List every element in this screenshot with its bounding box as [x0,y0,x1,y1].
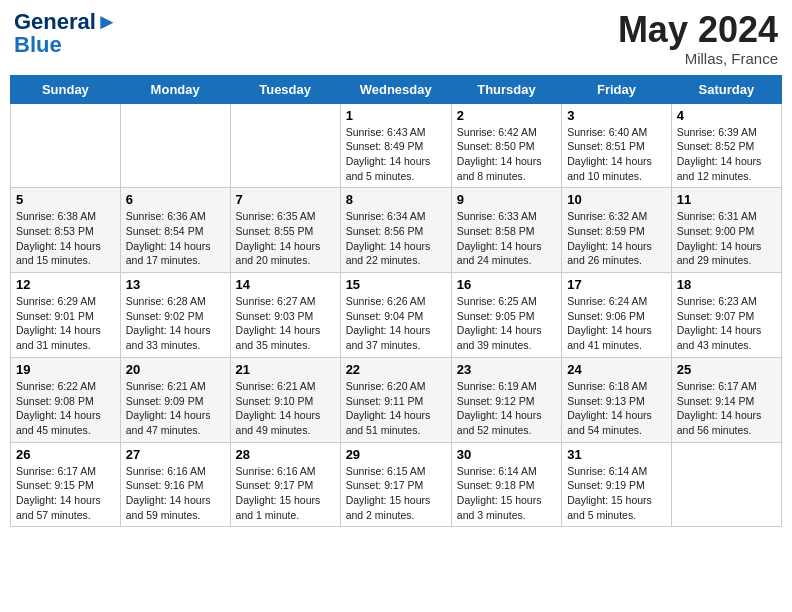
calendar-cell: 1Sunrise: 6:43 AM Sunset: 8:49 PM Daylig… [340,103,451,188]
calendar-cell: 12Sunrise: 6:29 AM Sunset: 9:01 PM Dayli… [11,273,121,358]
calendar-week-row: 19Sunrise: 6:22 AM Sunset: 9:08 PM Dayli… [11,357,782,442]
weekday-header: Tuesday [230,75,340,103]
calendar-cell: 25Sunrise: 6:17 AM Sunset: 9:14 PM Dayli… [671,357,781,442]
calendar-cell: 27Sunrise: 6:16 AM Sunset: 9:16 PM Dayli… [120,442,230,527]
day-number: 25 [677,362,776,377]
logo-blue: Blue [14,34,118,56]
day-info: Sunrise: 6:21 AM Sunset: 9:09 PM Dayligh… [126,379,225,438]
day-number: 13 [126,277,225,292]
day-info: Sunrise: 6:33 AM Sunset: 8:58 PM Dayligh… [457,209,556,268]
day-info: Sunrise: 6:40 AM Sunset: 8:51 PM Dayligh… [567,125,666,184]
day-number: 23 [457,362,556,377]
page-header: General► Blue May 2024 Millas, France [10,10,782,67]
day-info: Sunrise: 6:25 AM Sunset: 9:05 PM Dayligh… [457,294,556,353]
day-number: 14 [236,277,335,292]
day-number: 17 [567,277,666,292]
day-number: 2 [457,108,556,123]
day-number: 19 [16,362,115,377]
day-info: Sunrise: 6:29 AM Sunset: 9:01 PM Dayligh… [16,294,115,353]
calendar-cell: 31Sunrise: 6:14 AM Sunset: 9:19 PM Dayli… [562,442,672,527]
calendar-cell: 11Sunrise: 6:31 AM Sunset: 9:00 PM Dayli… [671,188,781,273]
logo-text: General► [14,10,118,34]
title-block: May 2024 Millas, France [618,10,778,67]
day-number: 21 [236,362,335,377]
day-number: 27 [126,447,225,462]
day-number: 31 [567,447,666,462]
day-info: Sunrise: 6:23 AM Sunset: 9:07 PM Dayligh… [677,294,776,353]
calendar-cell [671,442,781,527]
calendar-cell: 20Sunrise: 6:21 AM Sunset: 9:09 PM Dayli… [120,357,230,442]
calendar-cell: 5Sunrise: 6:38 AM Sunset: 8:53 PM Daylig… [11,188,121,273]
calendar-cell: 29Sunrise: 6:15 AM Sunset: 9:17 PM Dayli… [340,442,451,527]
calendar-cell: 6Sunrise: 6:36 AM Sunset: 8:54 PM Daylig… [120,188,230,273]
day-number: 20 [126,362,225,377]
calendar-cell: 14Sunrise: 6:27 AM Sunset: 9:03 PM Dayli… [230,273,340,358]
calendar-week-row: 5Sunrise: 6:38 AM Sunset: 8:53 PM Daylig… [11,188,782,273]
calendar-cell [11,103,121,188]
calendar-cell: 10Sunrise: 6:32 AM Sunset: 8:59 PM Dayli… [562,188,672,273]
day-number: 5 [16,192,115,207]
calendar-cell: 30Sunrise: 6:14 AM Sunset: 9:18 PM Dayli… [451,442,561,527]
day-info: Sunrise: 6:16 AM Sunset: 9:17 PM Dayligh… [236,464,335,523]
calendar-cell: 22Sunrise: 6:20 AM Sunset: 9:11 PM Dayli… [340,357,451,442]
day-number: 18 [677,277,776,292]
weekday-header: Sunday [11,75,121,103]
day-number: 15 [346,277,446,292]
day-info: Sunrise: 6:26 AM Sunset: 9:04 PM Dayligh… [346,294,446,353]
calendar-body: 1Sunrise: 6:43 AM Sunset: 8:49 PM Daylig… [11,103,782,527]
calendar-cell: 8Sunrise: 6:34 AM Sunset: 8:56 PM Daylig… [340,188,451,273]
day-number: 24 [567,362,666,377]
calendar-cell: 7Sunrise: 6:35 AM Sunset: 8:55 PM Daylig… [230,188,340,273]
calendar-cell: 3Sunrise: 6:40 AM Sunset: 8:51 PM Daylig… [562,103,672,188]
calendar-cell [230,103,340,188]
day-info: Sunrise: 6:36 AM Sunset: 8:54 PM Dayligh… [126,209,225,268]
day-number: 7 [236,192,335,207]
day-info: Sunrise: 6:19 AM Sunset: 9:12 PM Dayligh… [457,379,556,438]
calendar-cell [120,103,230,188]
location: Millas, France [618,50,778,67]
calendar-cell: 23Sunrise: 6:19 AM Sunset: 9:12 PM Dayli… [451,357,561,442]
day-number: 10 [567,192,666,207]
day-number: 6 [126,192,225,207]
day-info: Sunrise: 6:22 AM Sunset: 9:08 PM Dayligh… [16,379,115,438]
calendar-cell: 15Sunrise: 6:26 AM Sunset: 9:04 PM Dayli… [340,273,451,358]
weekday-header: Thursday [451,75,561,103]
calendar-cell: 9Sunrise: 6:33 AM Sunset: 8:58 PM Daylig… [451,188,561,273]
day-number: 8 [346,192,446,207]
day-info: Sunrise: 6:20 AM Sunset: 9:11 PM Dayligh… [346,379,446,438]
day-number: 1 [346,108,446,123]
day-info: Sunrise: 6:32 AM Sunset: 8:59 PM Dayligh… [567,209,666,268]
day-number: 28 [236,447,335,462]
day-number: 16 [457,277,556,292]
day-number: 11 [677,192,776,207]
day-info: Sunrise: 6:17 AM Sunset: 9:15 PM Dayligh… [16,464,115,523]
day-info: Sunrise: 6:15 AM Sunset: 9:17 PM Dayligh… [346,464,446,523]
day-info: Sunrise: 6:18 AM Sunset: 9:13 PM Dayligh… [567,379,666,438]
calendar-week-row: 12Sunrise: 6:29 AM Sunset: 9:01 PM Dayli… [11,273,782,358]
day-info: Sunrise: 6:31 AM Sunset: 9:00 PM Dayligh… [677,209,776,268]
calendar-table: SundayMondayTuesdayWednesdayThursdayFrid… [10,75,782,528]
day-number: 30 [457,447,556,462]
calendar-cell: 17Sunrise: 6:24 AM Sunset: 9:06 PM Dayli… [562,273,672,358]
calendar-week-row: 1Sunrise: 6:43 AM Sunset: 8:49 PM Daylig… [11,103,782,188]
day-info: Sunrise: 6:28 AM Sunset: 9:02 PM Dayligh… [126,294,225,353]
day-number: 9 [457,192,556,207]
day-info: Sunrise: 6:35 AM Sunset: 8:55 PM Dayligh… [236,209,335,268]
weekday-header: Monday [120,75,230,103]
day-info: Sunrise: 6:39 AM Sunset: 8:52 PM Dayligh… [677,125,776,184]
month-title: May 2024 [618,10,778,50]
day-info: Sunrise: 6:21 AM Sunset: 9:10 PM Dayligh… [236,379,335,438]
day-info: Sunrise: 6:43 AM Sunset: 8:49 PM Dayligh… [346,125,446,184]
day-number: 4 [677,108,776,123]
day-info: Sunrise: 6:24 AM Sunset: 9:06 PM Dayligh… [567,294,666,353]
calendar-cell: 4Sunrise: 6:39 AM Sunset: 8:52 PM Daylig… [671,103,781,188]
day-number: 29 [346,447,446,462]
day-info: Sunrise: 6:34 AM Sunset: 8:56 PM Dayligh… [346,209,446,268]
day-info: Sunrise: 6:16 AM Sunset: 9:16 PM Dayligh… [126,464,225,523]
calendar-cell: 18Sunrise: 6:23 AM Sunset: 9:07 PM Dayli… [671,273,781,358]
calendar-header-row: SundayMondayTuesdayWednesdayThursdayFrid… [11,75,782,103]
logo: General► Blue [14,10,118,56]
day-info: Sunrise: 6:14 AM Sunset: 9:18 PM Dayligh… [457,464,556,523]
day-number: 26 [16,447,115,462]
calendar-cell: 19Sunrise: 6:22 AM Sunset: 9:08 PM Dayli… [11,357,121,442]
